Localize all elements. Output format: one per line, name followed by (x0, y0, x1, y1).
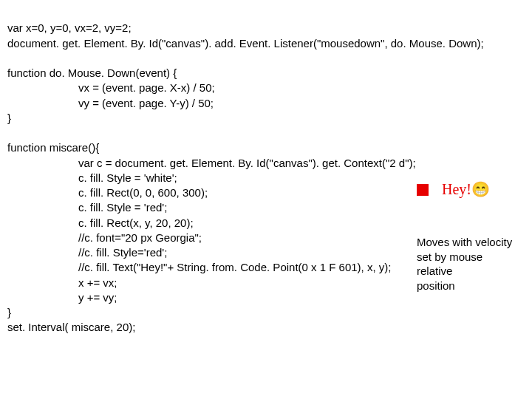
code-line: set. Interval( miscare, 20); (7, 321, 135, 333)
hey-text: Hey!😁 (442, 180, 490, 200)
code-line: } (7, 112, 11, 124)
red-square-icon (417, 184, 429, 196)
code-line: document. get. Element. By. Id("canvas")… (7, 37, 484, 50)
code-line: var c = document. get. Element. By. Id("… (7, 156, 525, 171)
code-line: var x=0, y=0, vx=2, vy=2; (7, 21, 132, 34)
annotation-line: set by mouse relative (417, 250, 520, 279)
right-column: Hey!😁 Moves with velocity set by mouse r… (417, 180, 520, 293)
code-line: function miscare(){ (7, 141, 99, 154)
code-line: function do. Mouse. Down(event) { (7, 66, 177, 79)
annotation-line: Moves with velocity (417, 235, 520, 250)
annotation-line: position (417, 279, 520, 293)
code-line: vy = (event. page. Y-y) / 50; (7, 96, 525, 111)
annotation-text: Moves with velocity set by mouse relativ… (417, 235, 520, 293)
slide-content: var x=0, y=0, vx=2, vy=2; document. get.… (7, 6, 525, 335)
code-line: } (7, 306, 11, 318)
canvas-demo: Hey!😁 (417, 180, 520, 200)
code-line: vx = (event. page. X-x) / 50; (7, 81, 525, 95)
